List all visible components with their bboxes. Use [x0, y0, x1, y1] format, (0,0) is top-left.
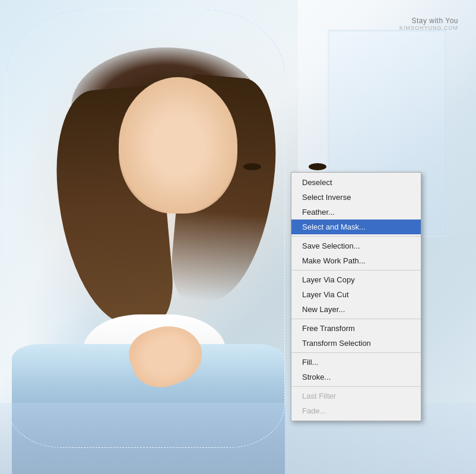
menu-item-select-and-mask[interactable]: Select and Mask...: [291, 219, 421, 234]
menu-item-transform-selection[interactable]: Transform Selection: [291, 336, 421, 351]
menu-item-deselect[interactable]: Deselect: [291, 175, 421, 190]
watermark: Stay with You KIMSOHYUNG.COM: [399, 17, 458, 31]
context-menu: DeselectSelect InverseFeather...Select a…: [291, 172, 421, 421]
watermark-site: KIMSOHYUNG.COM: [399, 25, 458, 31]
watermark-title: Stay with You: [399, 17, 458, 25]
face: [119, 77, 237, 214]
menu-item-feather[interactable]: Feather...: [291, 205, 421, 219]
eye-right: [309, 163, 326, 170]
menu-item-fade: Fade...: [291, 403, 421, 418]
menu-separator-transform-selection: [291, 352, 421, 353]
menu-item-make-work-path[interactable]: Make Work Path...: [291, 253, 421, 268]
menu-item-stroke[interactable]: Stroke...: [291, 370, 421, 384]
menu-item-free-transform[interactable]: Free Transform: [291, 321, 421, 336]
person-area: [12, 30, 285, 457]
photoshop-canvas: Stay with You KIMSOHYUNG.COM DeselectSel…: [0, 0, 476, 474]
menu-separator-select-and-mask: [291, 236, 421, 237]
eye-left: [243, 163, 261, 170]
menu-item-select-inverse[interactable]: Select Inverse: [291, 190, 421, 205]
menu-item-layer-via-copy[interactable]: Layer Via Copy: [291, 272, 421, 287]
menu-item-fill[interactable]: Fill...: [291, 355, 421, 370]
menu-item-layer-via-cut[interactable]: Layer Via Cut: [291, 287, 421, 302]
menu-item-last-filter: Last Filter: [291, 389, 421, 403]
menu-item-save-selection[interactable]: Save Selection...: [291, 238, 421, 253]
menu-separator-stroke: [291, 386, 421, 387]
menu-separator-make-work-path: [291, 270, 421, 271]
menu-separator-new-layer: [291, 319, 421, 319]
menu-item-new-layer[interactable]: New Layer...: [291, 302, 421, 317]
